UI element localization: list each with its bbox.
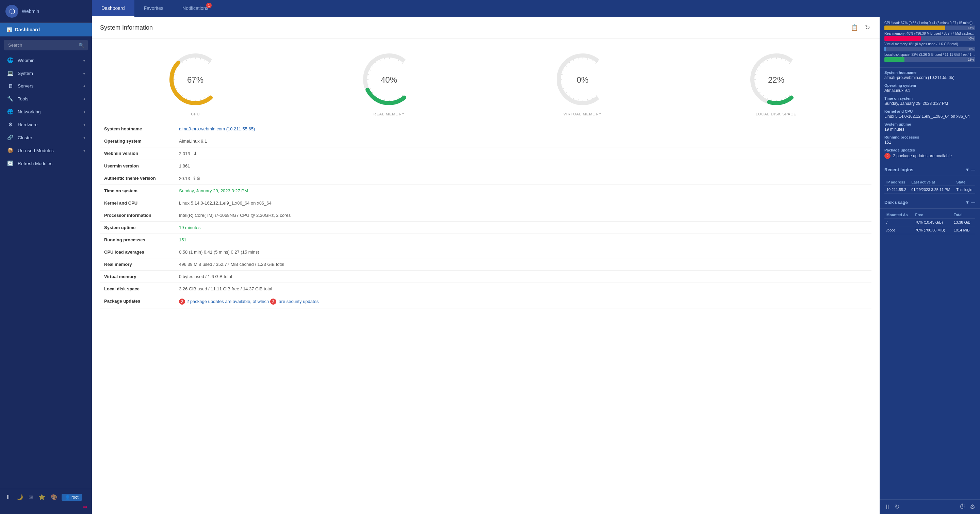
speedometer-icon[interactable]: ⏱	[959, 503, 966, 511]
logout-icon[interactable]: ⮕	[82, 504, 88, 511]
nav-icon-networking: 🌐	[7, 108, 14, 115]
info-label: Authentic theme version	[100, 172, 175, 185]
sidebar-item-cluster[interactable]: 🔗 Cluster ◂	[0, 131, 92, 144]
content-wrapper: System Information 📋 ↻ 67% CPU 40% REA	[92, 17, 980, 514]
progress-bar-item: CPU load: 67% (0.58 (1 min) 0.41 (5 mins…	[885, 21, 975, 30]
refresh-button[interactable]: ↻	[864, 22, 872, 33]
user-badge[interactable]: 👤 root	[62, 494, 82, 501]
info-value: AlmaLinux 9.1	[179, 138, 207, 144]
pkg-updates-link[interactable]: 2 package updates are available, of whic…	[186, 299, 270, 304]
user-icon: 👤	[65, 495, 70, 500]
info-label: System uptime	[100, 221, 175, 234]
disk-mount: /	[885, 218, 913, 226]
nav-icon-cluster: 🔗	[7, 134, 14, 141]
nav-item-left: 🔧 Tools	[7, 95, 29, 102]
sidebar-item-webmin[interactable]: 🌐 Webmin ◂	[0, 54, 92, 67]
logins-col-header: IP address	[885, 179, 909, 186]
dashboard-tab[interactable]: 📊 Dashboard	[0, 23, 92, 37]
info-value: 0.58 (1 min) 0.41 (5 mins) 0.27 (15 mins…	[179, 250, 259, 255]
sidebar-item-unused[interactable]: 📦 Un-used Modules ◂	[0, 144, 92, 157]
pause-right-icon[interactable]: ⏸	[885, 503, 891, 511]
right-uptime-value: 19 minutes	[885, 127, 975, 132]
nav-item-left: 🖥 Servers	[7, 83, 34, 89]
info-value-cell: 0.58 (1 min) 0.41 (5 mins) 0.27 (15 mins…	[175, 246, 872, 258]
security-link[interactable]: are security updates	[278, 299, 319, 304]
sidebar-item-tools[interactable]: 🔧 Tools ◂	[0, 92, 92, 105]
right-system-info: System hostname alma9-pro.webmin.com (10…	[880, 68, 980, 164]
info-value-cell: 2.013 ⬇	[175, 147, 872, 160]
login-row: 10.211.55.2 01/29/2023 3:25:11 PM This l…	[885, 186, 975, 194]
mail-icon[interactable]: ✉	[27, 493, 34, 502]
palette-icon[interactable]: 🎨	[49, 493, 59, 502]
value-link[interactable]: 19 minutes	[179, 225, 201, 230]
settings-icon[interactable]: ⚙	[970, 503, 975, 511]
tab-favorites[interactable]: Favorites	[134, 0, 173, 17]
info-value-cell: 22 package updates are available, of whi…	[175, 295, 872, 309]
nav-icon-servers: 🖥	[7, 83, 14, 89]
hostname-link[interactable]: alma9-pro.webmin.com (10.211.55.65)	[179, 126, 255, 131]
pb-pct: 67%	[968, 25, 974, 30]
nav-list: 🌐 Webmin ◂ 💻 System ◂ 🖥 Servers ◂ 🔧 Tool…	[0, 54, 92, 170]
right-uptime-label: System uptime	[885, 122, 975, 126]
nav-icon-system: 💻	[7, 70, 14, 76]
tab-dashboard[interactable]: Dashboard	[92, 0, 134, 17]
sidebar-bottom: ⏸ 🌙 ✉ ⭐ 🎨 👤 root ⮕	[0, 489, 92, 514]
sidebar-item-refresh[interactable]: 🔄 Refresh Modules	[0, 157, 92, 170]
info-value: 3.26 GiB used / 11.11 GiB free / 14.37 G…	[179, 286, 272, 291]
info-table-row: Processor information Intel(R) Core(TM) …	[100, 209, 872, 221]
info-table-row: Real memory 496.39 MiB used / 352.77 MiB…	[100, 258, 872, 271]
gauge-virtual_memory: 0% VIRTUAL MEMORY	[545, 49, 620, 116]
info-table-wrap: System hostname alma9-pro.webmin.com (10…	[92, 123, 880, 315]
info-value-cell: 19 minutes	[175, 221, 872, 234]
download-icon[interactable]: ⬇	[193, 151, 197, 156]
pb-label: Local disk space: 22% (3.26 GiB used / 1…	[885, 53, 975, 57]
tab-notifications[interactable]: Notifications1	[173, 0, 218, 17]
copy-button[interactable]: 📋	[850, 22, 859, 33]
disk-usage-section: Mounted AsFreeTotal / 78% (10.43 GiB) 13…	[880, 208, 980, 237]
right-hostname-value: alma9-pro.webmin.com (10.211.55.65)	[885, 75, 975, 80]
info-value-cell: 1.861	[175, 160, 872, 172]
star-icon[interactable]: ⭐	[37, 493, 47, 502]
sidebar-item-hardware[interactable]: ⚙ Hardware ◂	[0, 118, 92, 131]
disk-usage-header[interactable]: Disk usage ▼ —	[880, 196, 980, 208]
refresh-right-icon[interactable]: ↻	[894, 503, 900, 511]
top-nav: DashboardFavoritesNotifications1	[92, 0, 980, 17]
pb-pct: 0%	[969, 47, 974, 51]
dashboard-icon: 📊	[7, 27, 12, 32]
nav-item-left: 🔄 Refresh Modules	[7, 160, 52, 167]
search-input[interactable]	[4, 40, 88, 50]
info-value-cell: 20.13 ℹ⚙	[175, 172, 872, 185]
recent-logins-section: IP addressLast active atState 10.211.55.…	[880, 176, 980, 196]
nav-label-refresh: Refresh Modules	[18, 161, 52, 166]
info-table-row: Virtual memory 0 bytes used / 1.6 GiB to…	[100, 271, 872, 283]
sidebar-item-networking[interactable]: 🌐 Networking ◂	[0, 105, 92, 118]
disk-col-header: Total	[952, 212, 975, 218]
right-os-value: AlmaLinux 9.1	[885, 88, 975, 93]
pause-icon[interactable]: ⏸	[4, 493, 12, 502]
sidebar-item-servers[interactable]: 🖥 Servers ◂	[0, 80, 92, 92]
info-label: Kernel and CPU	[100, 197, 175, 209]
info-value-cell: alma9-pro.webmin.com (10.211.55.65)	[175, 123, 872, 135]
gear-icon[interactable]: ⚙	[196, 176, 201, 181]
pb-fill	[885, 47, 886, 51]
disk-usage-label: Disk usage	[885, 200, 908, 205]
progress-bar-item: Local disk space: 22% (3.26 GiB used / 1…	[885, 53, 975, 62]
sidebar-item-system[interactable]: 💻 System ◂	[0, 67, 92, 80]
info-value-cell: 3.26 GiB used / 11.11 GiB free / 14.37 G…	[175, 283, 872, 295]
info-value-cell: Sunday, January 29, 2023 3:27 PM	[175, 185, 872, 197]
panel-title: System Information	[100, 24, 153, 31]
svg-text:40%: 40%	[381, 75, 397, 84]
value-link[interactable]: Sunday, January 29, 2023 3:27 PM	[179, 188, 248, 193]
recent-logins-header[interactable]: Recent logins ▼ —	[880, 164, 980, 176]
nav-label-unused: Un-used Modules	[18, 148, 54, 153]
progress-bars-section: CPU load: 67% (0.58 (1 min) 0.41 (5 mins…	[880, 17, 980, 68]
webmin-brand-label: Webmin	[22, 8, 39, 14]
moon-icon[interactable]: 🌙	[15, 493, 24, 502]
info-icon[interactable]: ℹ	[193, 176, 195, 181]
nav-icon-hardware: ⚙	[7, 121, 14, 128]
value-link[interactable]: 151	[179, 237, 186, 242]
disk-col-header: Free	[913, 212, 952, 218]
nav-label-hardware: Hardware	[18, 122, 38, 127]
info-value-cell: Intel(R) Core(TM) i7-1068NG7 CPU @ 2.30G…	[175, 209, 872, 221]
disk-row: /boot 70% (700.38 MiB) 1014 MiB	[885, 226, 975, 234]
